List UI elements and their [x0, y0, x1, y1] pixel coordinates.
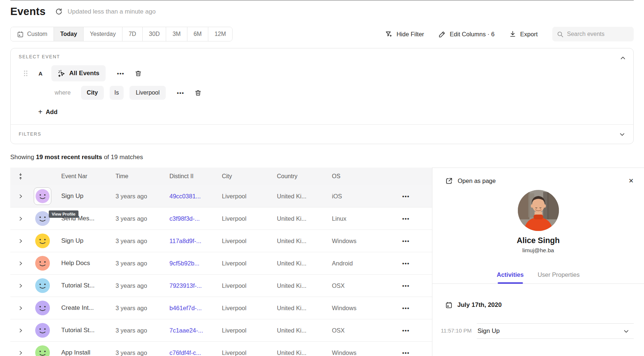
search-icon	[557, 31, 564, 38]
filters-section[interactable]: FILTERS	[11, 125, 633, 144]
row-actions-button[interactable]: •••	[402, 238, 410, 244]
avatar[interactable]	[35, 323, 50, 338]
table-row[interactable]: Sign Up 3 years ago 117a8d9f-... Liverpo…	[10, 230, 432, 252]
row-actions-button[interactable]: •••	[402, 260, 410, 267]
table-header: Event Nar Time Distinct II City Country …	[10, 168, 432, 185]
row-expand-chevron-icon[interactable]	[18, 283, 23, 288]
edit-columns-label: Edit Columns · 6	[450, 31, 494, 38]
add-row: + Add	[38, 108, 633, 116]
collapse-rows-header[interactable]	[10, 173, 31, 180]
date-range-label: Yesterday	[90, 31, 116, 37]
distinct-id-link[interactable]: 49cc0381...	[169, 193, 201, 199]
delete-event-button[interactable]	[135, 70, 142, 77]
table-row[interactable]: Tutorial St... 3 years ago 7923913f-... …	[10, 275, 432, 297]
row-actions-button[interactable]: •••	[402, 283, 410, 289]
search-input[interactable]	[567, 31, 626, 37]
distinct-id-link[interactable]: b461ef7d-...	[169, 305, 202, 311]
avatar[interactable]	[35, 301, 50, 315]
row-actions-button[interactable]: •••	[402, 193, 410, 199]
row-expand-chevron-icon[interactable]	[18, 216, 23, 221]
column-header-event-name[interactable]: Event Nar	[54, 173, 109, 180]
row-actions-button[interactable]: •••	[402, 327, 410, 334]
refresh-button[interactable]	[55, 8, 63, 15]
date-range-button-today[interactable]: Today	[54, 27, 83, 41]
page-header: Events Updated less than a minute ago	[10, 5, 634, 18]
row-expand-chevron-icon[interactable]	[18, 239, 23, 243]
date-range-button-3m[interactable]: 3M	[166, 27, 187, 41]
date-range-button-30d[interactable]: 30D	[142, 27, 166, 41]
results-highlight: 19 most recent results	[36, 154, 102, 161]
filters-label: FILTERS	[19, 132, 41, 137]
column-header-country[interactable]: Country	[270, 173, 325, 180]
os-cell: Linux	[325, 215, 380, 222]
row-expand-chevron-icon[interactable]	[18, 328, 23, 333]
date-range-button-6m[interactable]: 6M	[187, 27, 208, 41]
select-event-label: SELECT EVENT	[19, 54, 633, 59]
avatar-face-icon	[35, 211, 50, 226]
operator-chip[interactable]: Is	[110, 86, 124, 100]
avatar[interactable]	[35, 211, 50, 226]
profile-tab-activities[interactable]: Activities	[497, 271, 524, 278]
table-row[interactable]: Help Docs 3 years ago 9cf5b92b... Liverp…	[10, 252, 432, 275]
results-summary: Showing 19 most recent results of 19 mat…	[10, 154, 634, 161]
add-event-button[interactable]: + Add	[38, 108, 58, 116]
distinct-id-link[interactable]: 7c1aae24-...	[169, 327, 203, 334]
delete-filter-button[interactable]	[194, 89, 202, 97]
event-options-button[interactable]: •••	[117, 70, 124, 77]
date-range-button-custom[interactable]: Custom	[11, 27, 54, 41]
view-profile-tooltip: View Profile	[49, 210, 78, 218]
event-name-cell: Tutorial St...	[54, 327, 109, 334]
table-row[interactable]: App Install 3 years ago c76fdf4f-c... Li…	[10, 342, 432, 356]
event-clause-row: A All Events •••	[23, 65, 633, 81]
activity-date-row: July 17th, 2020	[445, 301, 644, 309]
row-actions-button[interactable]: •••	[402, 216, 410, 222]
table-row[interactable]: Create Int... 3 years ago b461ef7d-... L…	[10, 297, 432, 319]
date-range-button-7d[interactable]: 7D	[122, 27, 142, 41]
row-expand-chevron-icon[interactable]	[18, 261, 23, 266]
column-header-distinct-id[interactable]: Distinct II	[162, 173, 215, 180]
avatar[interactable]	[36, 189, 50, 203]
table-row[interactable]: Sign Up 3 years ago 49cc0381... Liverpoo…	[10, 185, 432, 208]
city-cell: Liverpool	[215, 305, 270, 312]
date-range-button-yesterday[interactable]: Yesterday	[83, 27, 122, 41]
table-row[interactable]: Tutorial St... 3 years ago 7c1aae24-... …	[10, 319, 432, 342]
activity-item: 11:57:10 PM Sign Up	[441, 323, 634, 339]
country-cell: United Ki...	[270, 349, 325, 356]
avatar[interactable]	[35, 345, 50, 356]
open-as-page-button[interactable]: Open as page	[445, 177, 496, 185]
avatar[interactable]	[35, 256, 50, 271]
collapse-select-event-button[interactable]	[620, 55, 626, 61]
row-actions-button[interactable]: •••	[402, 305, 410, 311]
hide-filter-button[interactable]: Hide Filter	[385, 30, 424, 38]
export-button[interactable]: Export	[509, 30, 538, 38]
drag-handle[interactable]	[23, 69, 28, 77]
drag-dots-icon	[23, 69, 28, 77]
property-chip[interactable]: City	[81, 86, 104, 100]
profile-tab-user-properties[interactable]: User Properties	[538, 271, 580, 278]
date-range-label: 3M	[172, 31, 180, 37]
row-expand-chevron-icon[interactable]	[18, 351, 23, 355]
avatar[interactable]	[35, 234, 50, 248]
distinct-id-link[interactable]: 7923913f-...	[169, 282, 202, 289]
row-expand-chevron-icon[interactable]	[18, 306, 23, 311]
country-cell: United Ki...	[270, 282, 325, 289]
close-panel-button[interactable]: ✕	[629, 177, 634, 185]
activity-event-row[interactable]: Sign Up	[477, 323, 634, 339]
city-cell: Liverpool	[215, 327, 270, 334]
column-header-time[interactable]: Time	[109, 173, 162, 180]
distinct-id-link[interactable]: c76fdf4f-c...	[169, 349, 201, 356]
column-header-os[interactable]: OS	[325, 173, 380, 180]
event-selector-chip[interactable]: All Events	[51, 65, 106, 81]
avatar[interactable]	[35, 278, 50, 293]
edit-columns-button[interactable]: Edit Columns · 6	[439, 30, 494, 38]
distinct-id-link[interactable]: c3f98f3d-...	[169, 215, 200, 222]
value-chip[interactable]: Liverpool	[129, 86, 166, 100]
distinct-id-link[interactable]: 9cf5b92b...	[169, 260, 200, 267]
date-range-button-12m[interactable]: 12M	[208, 27, 232, 41]
filter-options-button[interactable]: •••	[177, 90, 184, 96]
row-actions-button[interactable]: •••	[402, 350, 410, 356]
row-expand-chevron-icon[interactable]	[18, 194, 23, 199]
distinct-id-link[interactable]: 117a8d9f-...	[169, 238, 201, 244]
expand-filters-button[interactable]	[619, 131, 625, 137]
column-header-city[interactable]: City	[215, 173, 270, 180]
